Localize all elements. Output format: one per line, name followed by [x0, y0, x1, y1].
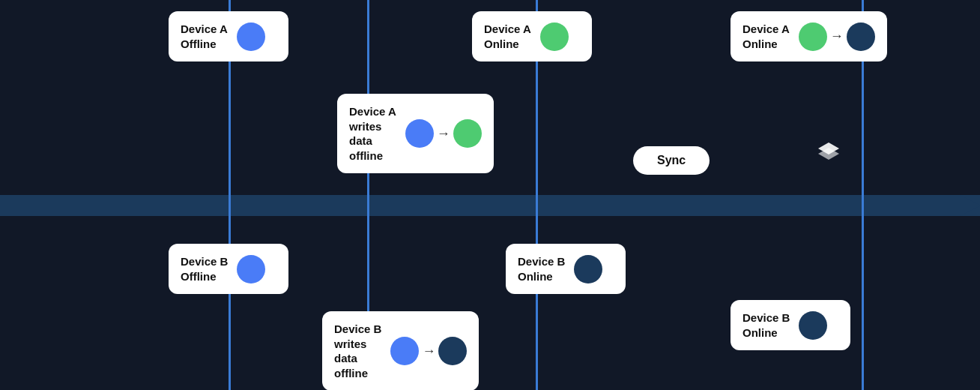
sync-label: Sync [657, 154, 686, 166]
device-a-online-card: Device A Online [472, 11, 592, 62]
sync-pill: Sync [633, 146, 710, 175]
device-a-online-2-card: Device A Online → [731, 11, 887, 62]
device-b-writes-circle-blue [390, 337, 419, 365]
device-a-writes-label: Device A writes data offline [349, 104, 396, 163]
device-a-online-circle [540, 22, 569, 51]
device-a-online-2-label: Device A Online [742, 22, 790, 51]
device-b-offline-label: Device B Offline [181, 254, 228, 284]
device-b-writes-label: Device B writes data offline [334, 322, 381, 380]
device-a-online-label: Device A Online [484, 22, 531, 51]
arrow-right-2: → [830, 28, 844, 44]
device-a-online-2-circle-green [799, 22, 827, 51]
device-b-online-label: Device B Online [518, 254, 565, 284]
device-a-writes-connector: → [405, 119, 482, 148]
layers-icon [817, 141, 841, 165]
device-b-offline-card: Device B Offline [169, 244, 288, 294]
device-b-writes-circle-dark [438, 337, 467, 365]
device-a-offline-circle [237, 22, 265, 51]
timeline-bar [0, 195, 980, 216]
device-a-offline-card: Device A Offline [169, 11, 288, 62]
arrow-right-3: → [422, 344, 435, 359]
timeline-line [0, 195, 959, 216]
device-a-writes-offline-card: Device A writes data offline → [337, 94, 494, 173]
timeline-arrow [960, 195, 980, 216]
device-a-online-2-circle-dark [847, 22, 875, 51]
device-b-writes-connector: → [390, 337, 467, 365]
device-b-online-card: Device B Online [506, 244, 626, 294]
device-b-online-2-circle [799, 311, 827, 340]
device-a-offline-label: Device A Offline [181, 22, 228, 51]
device-a-writes-circle-blue [405, 119, 434, 148]
device-a-writes-circle-green [453, 119, 482, 148]
device-b-offline-circle [237, 255, 265, 284]
device-b-online-circle [574, 255, 602, 284]
device-b-online-2-card: Device B Online [731, 300, 850, 350]
device-a-online-2-connector: → [799, 22, 875, 51]
arrow-right-1: → [437, 126, 450, 142]
device-b-writes-offline-card: Device B writes data offline → [322, 311, 479, 390]
device-b-online-2-label: Device B Online [742, 310, 790, 340]
